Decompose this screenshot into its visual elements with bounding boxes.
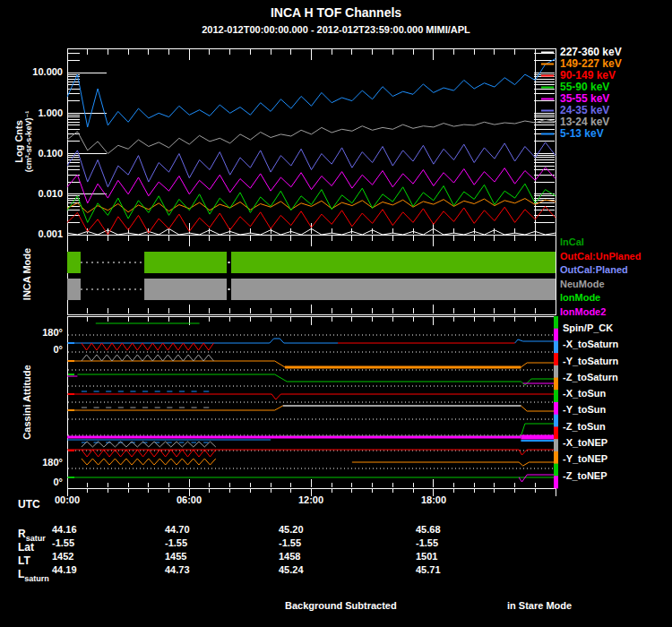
table-cell: 1501: [416, 551, 487, 562]
table-cell: -1.55: [279, 537, 350, 548]
att-ytick-180-top: 180°: [11, 327, 63, 338]
attitude-legend: Spin/P_CK -X_toSaturn -Y_toSaturn -Z_toS…: [563, 320, 618, 484]
att-ytick-180-bot: 180°: [11, 457, 63, 468]
legend-item-energy: 5-13 keV: [560, 128, 622, 140]
footnote-background-subtracted: Background Subtracted: [285, 600, 397, 611]
plot-page: INCA H TOF Channels 2012-012T00:00:00.00…: [0, 0, 672, 627]
legend-item-mode: NeuMode: [560, 278, 641, 292]
legend-item-attitude: -Y_toSun: [563, 401, 618, 417]
table-cell: 44.19: [52, 564, 124, 575]
att-ytick-0-bot: 0°: [11, 477, 63, 487]
legend-item-attitude: -Y_toSaturn: [563, 353, 618, 369]
table-cell: 1455: [165, 551, 237, 562]
table-cell: -1.55: [52, 537, 124, 548]
attitude-axis-label: Cassini Attitude: [22, 365, 32, 439]
legend-item-mode: IonMode2: [560, 305, 641, 320]
flux-axis-label-line2: (cm²-sr-s-keV)⁻¹: [24, 111, 33, 172]
utc-tick-1800: 18:00: [402, 494, 465, 505]
utc-tick-0600: 06:00: [158, 494, 220, 505]
table-cell: 45.20: [279, 524, 350, 535]
flux-axis-label: Log Cnts (cm²-sr-s-keV)⁻¹: [13, 111, 33, 172]
table-cell: 44.16: [52, 524, 124, 535]
mode-axis-label: INCA Mode: [22, 248, 32, 300]
table-cell: 45.24: [279, 564, 350, 575]
ytick-0p001: 0.001: [11, 228, 63, 239]
utc-tick-1200: 12:00: [280, 494, 342, 505]
footnote-stare-mode: in Stare Mode: [507, 600, 572, 611]
legend-item-attitude: Spin/P_CK: [563, 320, 618, 336]
table-cell: 45.68: [416, 524, 487, 535]
row-label-l-saturn: Lsaturn: [18, 568, 49, 583]
legend-item-mode: IonMode: [560, 291, 641, 305]
attitude-axis-label-text: Cassini Attitude: [22, 365, 32, 439]
legend-item-attitude: -X_toNEP: [563, 434, 618, 451]
table-cell: 44.73: [165, 564, 237, 575]
table-cell: 45.71: [416, 564, 487, 575]
table-cell: -1.55: [165, 537, 237, 548]
legend-item-attitude: -Z_toNEP: [563, 468, 618, 484]
legend-item-mode: InCal: [560, 236, 641, 250]
mode-axis-label-text: INCA Mode: [22, 248, 32, 300]
legend-item-mode: OutCal:UnPlaned: [560, 250, 641, 264]
legend-item-attitude: -X_toSaturn: [563, 336, 618, 352]
mode-legend: InCal OutCal:UnPlaned OutCal:Planed NeuM…: [560, 236, 641, 320]
att-ytick-0-top: 0°: [11, 344, 63, 355]
table-cell: -1.55: [416, 537, 487, 548]
flux-axis-label-line1: Log Cnts: [13, 111, 24, 172]
table-cell: 1452: [52, 551, 124, 562]
ytick-0p01: 0.010: [11, 188, 63, 199]
ytick-10: 10.000: [11, 66, 63, 77]
legend-item-mode: OutCal:Planed: [560, 263, 641, 278]
utc-tick-0000: 00:00: [36, 494, 99, 505]
table-cell: 44.70: [165, 524, 237, 535]
legend-item-attitude: -Z_toSun: [563, 418, 618, 434]
legend-item-attitude: -X_toSun: [563, 385, 618, 401]
table-cell: 1458: [279, 551, 350, 562]
energy-legend: 227-360 keV 149-227 keV 90-149 keV 55-90…: [560, 47, 622, 140]
legend-item-attitude: -Y_toNEP: [563, 451, 618, 467]
legend-item-attitude: -Z_toSaturn: [563, 369, 618, 385]
